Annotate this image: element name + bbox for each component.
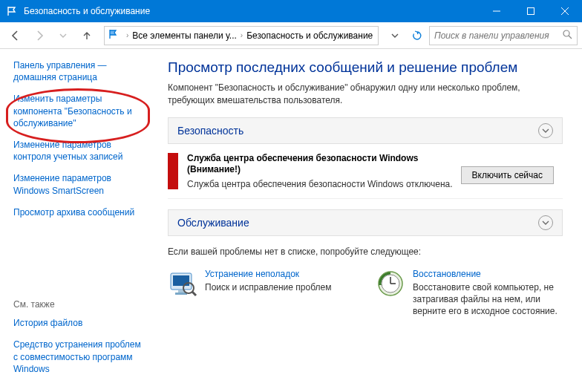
flag-icon: [108, 29, 118, 42]
svg-point-4: [563, 30, 569, 36]
sidebar: Панель управления — домашняя страница Из…: [0, 49, 154, 392]
action-recovery: Восстановление Восстановите свой компьют…: [376, 269, 561, 318]
svg-line-5: [569, 36, 572, 39]
svg-rect-1: [528, 8, 534, 15]
close-button[interactable]: [548, 0, 582, 22]
sidebar-link-archive[interactable]: Просмотр архива сообщений: [13, 206, 147, 218]
svg-line-11: [192, 292, 196, 295]
recovery-icon: [376, 269, 405, 298]
svg-rect-7: [173, 275, 189, 286]
toolbar: › Все элементы панели у... › Безопасност…: [0, 22, 582, 49]
alert-severity-strip: [168, 153, 178, 189]
refresh-button[interactable]: [407, 26, 428, 45]
sidebar-link-compat[interactable]: Средство устранения проблем с совместимо…: [13, 339, 147, 375]
flag-icon: [6, 5, 18, 17]
search-icon: [563, 30, 572, 42]
main-content: Просмотр последних сообщений и решение п…: [154, 49, 582, 392]
recovery-desc: Восстановите свой компьютер, не затрагив…: [413, 281, 561, 318]
chevron-right-icon: ›: [126, 31, 128, 39]
alert-text: Служба центра обеспечения безопасности W…: [187, 179, 454, 189]
search-input[interactable]: [434, 30, 563, 41]
breadcrumb[interactable]: › Все элементы панели у... › Безопасност…: [104, 26, 379, 45]
section-security[interactable]: Безопасность: [168, 117, 563, 144]
enable-now-button[interactable]: Включить сейчас: [461, 166, 554, 184]
sidebar-link-change-settings[interactable]: Изменить параметры компонента "Безопасно…: [13, 93, 147, 129]
troubleshoot-link[interactable]: Устранение неполадок: [205, 269, 331, 279]
section-title: Обслуживание: [177, 217, 538, 229]
refresh-dropdown[interactable]: [385, 26, 405, 45]
alert-subtitle: (Внимание!): [187, 164, 454, 174]
minimize-button[interactable]: [480, 0, 514, 22]
chevron-down-icon: [538, 215, 553, 230]
alert-title: Служба центра обеспечения безопасности W…: [187, 153, 454, 163]
search-box[interactable]: [429, 26, 578, 45]
recovery-link[interactable]: Восстановление: [413, 269, 561, 279]
titlebar: Безопасность и обслуживание: [0, 0, 582, 22]
intro-text: Компонент "Безопасность и обслуживание" …: [168, 82, 563, 107]
see-also-heading: См. также: [13, 299, 147, 310]
window-title: Безопасность и обслуживание: [24, 6, 480, 16]
sidebar-link-file-history[interactable]: История файлов: [13, 317, 147, 329]
troubleshoot-icon: [168, 269, 197, 298]
section-maintenance[interactable]: Обслуживание: [168, 209, 563, 236]
recent-dropdown[interactable]: [52, 25, 74, 46]
footer-text: Если вашей проблемы нет в списке, попроб…: [168, 246, 563, 257]
sidebar-link-home[interactable]: Панель управления — домашняя страница: [13, 59, 147, 83]
sidebar-link-smartscreen[interactable]: Изменение параметров Windows SmartScreen: [13, 172, 147, 196]
chevron-down-icon: [538, 123, 553, 138]
forward-button[interactable]: [28, 25, 50, 46]
sidebar-link-uac[interactable]: Изменение параметров контроля учетных за…: [13, 139, 147, 163]
alert-box: Служба центра обеспечения безопасности W…: [168, 144, 563, 199]
chevron-right-icon: ›: [241, 31, 243, 39]
troubleshoot-desc: Поиск и исправление проблем: [205, 281, 331, 293]
up-button[interactable]: [76, 25, 98, 46]
section-title: Безопасность: [177, 125, 538, 137]
breadcrumb-item[interactable]: Все элементы панели у...: [132, 30, 236, 41]
breadcrumb-item[interactable]: Безопасность и обслуживание: [246, 30, 373, 41]
page-heading: Просмотр последних сообщений и решение п…: [168, 59, 563, 76]
back-button[interactable]: [4, 25, 27, 46]
action-troubleshoot: Устранение неполадок Поиск и исправление…: [168, 269, 353, 318]
maximize-button[interactable]: [514, 0, 548, 22]
